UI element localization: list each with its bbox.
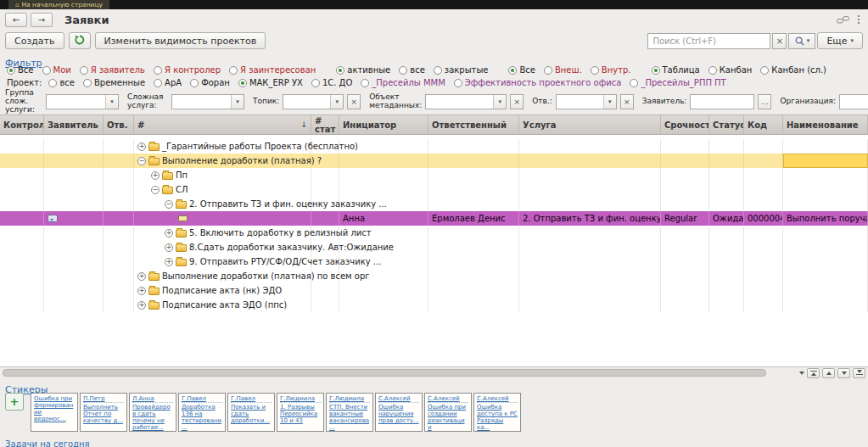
dropdown-icon[interactable]: ▾ <box>231 95 244 109</box>
tree-group-row[interactable]: +_Гарантийные работы Проекта (бесплатно) <box>0 139 868 154</box>
expander-icon[interactable]: − <box>165 200 173 209</box>
add-sticker-button[interactable]: + <box>5 393 24 411</box>
search-button[interactable]: ▾ <box>788 33 815 49</box>
request-row[interactable]: АннаЕрмолаев Денис2. Отправить ТЗ и фин.… <box>0 211 868 226</box>
scrollbar-thumb[interactable] <box>3 369 766 377</box>
radio-закрытые[interactable]: закрытые <box>434 65 489 75</box>
sticker-card[interactable]: Г.ПавелПоказать и сдать доработки... <box>227 393 275 432</box>
sticker-card[interactable]: Л.АннаПровайдеров сдать почему не работа… <box>129 393 176 432</box>
tree-group-row[interactable]: −2. Отправить ТЗ и фин. оценку заказчику… <box>0 197 868 211</box>
clear-button[interactable]: × <box>510 94 524 109</box>
tree-group-row[interactable]: +5. Включить доработку в релизный лист <box>0 226 868 240</box>
tree-group-row[interactable]: +9. Отправить РТУ/СФ/ОД/Счет заказчику .… <box>0 254 868 269</box>
radio-Эффективность проектного офиса[interactable]: Эффективность проектного офиса <box>454 78 622 87</box>
search-input[interactable] <box>647 33 770 49</box>
expander-icon[interactable]: + <box>137 142 146 151</box>
forward-button[interactable]: → <box>31 13 53 27</box>
go-to-top-button[interactable] <box>807 368 820 378</box>
dropdown-icon[interactable]: ▾ <box>105 95 118 109</box>
get-link-icon[interactable] <box>837 12 849 28</box>
sticker-card[interactable]: Г.ПавелДоработка 136 на тестировани... <box>178 393 226 432</box>
expander-icon[interactable]: + <box>137 287 146 295</box>
filter-combo-input[interactable]: ▾ <box>171 94 244 109</box>
back-button[interactable]: ← <box>5 13 27 27</box>
change-project-visibility-button[interactable]: Изменить видимость проектов <box>95 32 266 49</box>
expander-icon[interactable]: − <box>151 186 160 194</box>
column-header-5[interactable]: Инициатор <box>339 115 428 134</box>
tree-group-row[interactable]: −СЛ <box>0 182 868 197</box>
radio-активные[interactable]: активные <box>336 65 390 75</box>
radio-Все[interactable]: Все <box>508 65 535 75</box>
expander-icon[interactable]: + <box>165 243 173 252</box>
radio-все[interactable]: все <box>48 78 75 87</box>
filter-combo-input[interactable]: ▾ <box>283 94 344 109</box>
tree-group-row[interactable]: +Подписание акта (нк) ЭДО <box>0 283 868 298</box>
clear-search-button[interactable]: × <box>772 33 787 49</box>
column-header-10[interactable]: Код <box>744 115 783 134</box>
filter-combo-input[interactable] <box>690 94 754 109</box>
tree-group-row[interactable]: +Подписание акта ЭДО (ппс) <box>0 298 868 312</box>
expander-icon[interactable]: + <box>137 301 146 310</box>
filter-combo-input[interactable]: ▾ <box>556 94 617 109</box>
create-button[interactable]: Создать <box>5 32 64 49</box>
radio-АрА[interactable]: АрА <box>154 78 182 87</box>
sticker-card[interactable]: П.ПетрВыполнить Отчет по качеству д... <box>80 393 127 432</box>
dropdown-icon[interactable]: ▾ <box>493 95 506 109</box>
choose-button[interactable]: ... <box>758 94 771 109</box>
radio-1С. ДО[interactable]: 1С. ДО <box>311 78 352 87</box>
go-to-bottom-button[interactable] <box>853 368 865 378</box>
column-header-7[interactable]: Услуга <box>519 115 661 134</box>
expander-icon[interactable]: + <box>137 272 146 281</box>
radio-Форан[interactable]: Форан <box>190 78 230 87</box>
collapse-list-icon[interactable] <box>799 372 804 377</box>
radio-Я заявитель[interactable]: Я заявитель <box>80 65 145 75</box>
column-header-0[interactable]: Контролер <box>0 115 44 134</box>
column-header-1[interactable]: Заявитель <box>44 115 104 134</box>
clear-button[interactable]: × <box>347 94 361 109</box>
expander-icon[interactable]: + <box>165 258 173 266</box>
go-up-button[interactable] <box>822 368 835 378</box>
radio-Внеш.[interactable]: Внеш. <box>544 65 582 75</box>
radio-Я заинтересован[interactable]: Я заинтересован <box>229 65 316 75</box>
dropdown-icon[interactable]: ▾ <box>330 95 343 109</box>
radio-Канбан (сл.)[interactable]: Канбан (сл.) <box>760 65 826 75</box>
expander-icon[interactable]: + <box>165 229 173 237</box>
sticker-card[interactable]: С.АлексейОшибка при создании реактивации <box>424 393 472 432</box>
sticker-card[interactable]: Ошибка при формировании ведомос... <box>31 393 78 432</box>
column-header-4[interactable]: # стат <box>311 115 339 134</box>
sticker-card[interactable]: С.АлексейОшибка доступа к РС Разряды ка.… <box>473 393 521 432</box>
column-header-3[interactable]: #↓ <box>134 115 311 134</box>
column-header-8[interactable]: Срочность <box>661 115 709 134</box>
radio-_Пресейлы МММ[interactable]: _Пресейлы МММ <box>361 78 445 87</box>
tree-group-row[interactable]: +Выполнение доработки (платная) по всем … <box>0 269 868 283</box>
refresh-button[interactable] <box>69 32 91 49</box>
filter-combo-input[interactable]: ▾ <box>425 94 507 109</box>
radio-все[interactable]: все <box>399 65 425 75</box>
sticker-card[interactable]: Г.ЛюдмилаСТП. Внести вакантные вакансиро… <box>326 393 373 432</box>
radio-Канбан[interactable]: Канбан <box>708 65 753 75</box>
radio-Внутр.[interactable]: Внутр. <box>591 65 631 75</box>
sticker-card[interactable]: Г.Людмила1. Разрывы Переосийка 10 и 43 <box>277 393 324 432</box>
more-menu-icon[interactable] <box>858 15 860 24</box>
start-page-tab[interactable]: ⌂ На начальную страницу <box>8 0 109 9</box>
search-dropdown-icon[interactable]: ▾ <box>807 37 810 44</box>
radio-Все[interactable]: Все <box>7 65 34 75</box>
radio-Таблица[interactable]: Таблица <box>652 65 700 75</box>
more-button[interactable]: Еще ▾ <box>817 32 863 49</box>
column-header-9[interactable]: Статус <box>709 115 744 134</box>
clear-button[interactable]: × <box>620 94 634 109</box>
column-header-11[interactable]: Наименование <box>783 115 868 134</box>
tree-group-row[interactable]: −Выполнение доработки (платная) ? <box>0 154 868 168</box>
column-header-2[interactable]: Отв. <box>104 115 134 134</box>
expander-icon[interactable]: − <box>137 157 146 165</box>
column-header-6[interactable]: Ответственный <box>428 115 519 134</box>
tasks-today-link[interactable]: Задачи на сегодня <box>5 439 90 447</box>
tree-group-row[interactable]: +Пп <box>0 168 868 182</box>
filter-combo-input[interactable]: ▾ <box>839 94 868 109</box>
tree-group-row[interactable]: +8.Сдать доработки заказчику. Авт:Ожидан… <box>0 240 868 254</box>
radio-Временные[interactable]: Временные <box>83 78 145 87</box>
radio-Я контролер[interactable]: Я контролер <box>154 65 221 75</box>
sticker-card[interactable]: С.АлексейОшибка нарушения прав досту... <box>375 393 423 432</box>
radio-МАК_ERP УХ[interactable]: МАК_ERP УХ <box>238 78 303 87</box>
dropdown-icon[interactable]: ▾ <box>603 95 616 109</box>
